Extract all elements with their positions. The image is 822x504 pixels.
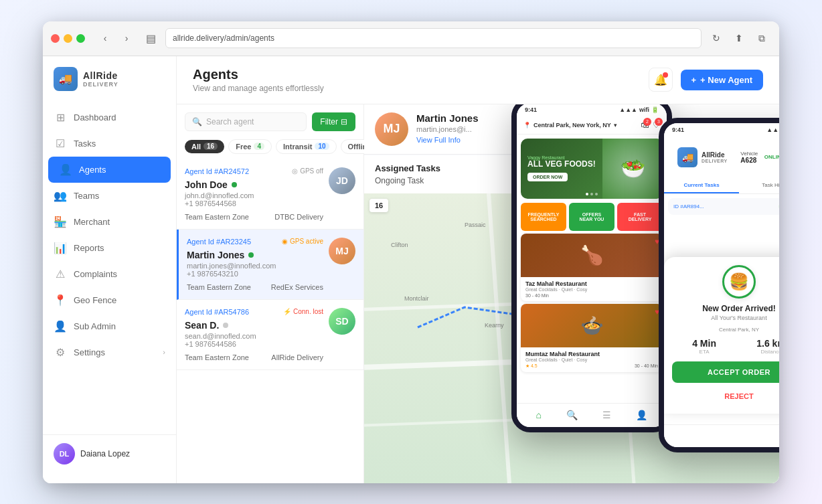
ongoing-task-label: Ongoing Task: [375, 176, 424, 185]
agent-card-1[interactable]: Agent Id #AR23245 ◉ GPS active Martin Jo…: [177, 230, 363, 300]
online-toggle[interactable]: ONLINE: [764, 152, 779, 163]
sidebar-item-complaints[interactable]: ⚠ Complaints: [43, 261, 176, 287]
agent-footer-0: Team Eastern Zone DTBC Delivery: [185, 213, 323, 221]
minimize-traffic-light[interactable]: [64, 34, 72, 43]
restaurant-card-2[interactable]: 🍲 ♥ Mumtaz Mahal Restaurant Great Cockta…: [521, 304, 663, 372]
tab-current-tasks[interactable]: Current Tasks: [664, 178, 739, 193]
agent-avatar-0: JD: [329, 167, 355, 194]
sidebar-item-geofence[interactable]: 📍 Geo Fence: [43, 287, 176, 313]
eta-stat: 4 Min ETA: [692, 338, 716, 355]
view-full-info-link[interactable]: View Full Info: [416, 136, 461, 144]
phone-mockup-1: 9:41 ▲▲▲ wifi 🔋 📍 Central Park, New York…: [511, 104, 672, 432]
wifi-icon: wifi: [639, 106, 649, 113]
reject-order-button[interactable]: REJECT: [672, 387, 779, 406]
settings-chevron-icon: ›: [163, 348, 165, 356]
nav-buttons: ‹ ›: [96, 29, 136, 48]
popup-location: Central Park, NY: [672, 327, 779, 333]
share-button[interactable]: ⬆: [730, 29, 748, 48]
logo-text: AllRide DELIVERY: [83, 70, 118, 88]
page-header: Agents View and manage agents effortless…: [177, 56, 779, 104]
sidebar-item-tasks[interactable]: ☑ Tasks: [43, 131, 176, 157]
category-offers[interactable]: OFFERSNEAR YOU: [569, 203, 614, 231]
address-bar[interactable]: allride.delivery/admin/agents: [165, 28, 702, 48]
accept-order-button[interactable]: ACCEPT ORDER: [672, 361, 779, 383]
orders-icon: ☰: [602, 410, 611, 420]
tasks-icon: ☑: [54, 137, 67, 150]
sidebar-item-subadmin[interactable]: 👤 Sub Admin: [43, 313, 176, 339]
agent-card-0[interactable]: Agent Id #AR24572 ◎ GPS off John Doe joh: [177, 159, 363, 230]
sidebar-item-agents[interactable]: 👤 Agents: [48, 157, 171, 183]
heart-icon[interactable]: ♡ 3: [653, 120, 660, 130]
nav-profile[interactable]: 👤: [636, 410, 647, 420]
forward-button[interactable]: ›: [117, 29, 136, 48]
category-fast-delivery[interactable]: FASTDELIVERY: [617, 203, 663, 231]
agent-card-2[interactable]: Agent Id #AR54786 ⚡ Conn. lost Sean D. s: [177, 300, 363, 370]
nav-orders[interactable]: ☰: [602, 410, 611, 420]
task-item: ID #AR894... Assigned: [668, 198, 779, 215]
battery-icon: 🔋: [651, 106, 659, 113]
banner-text: Vaggy Restaurant ALL VEG FOODS! ORDER NO…: [521, 149, 602, 187]
fullscreen-traffic-light[interactable]: [76, 34, 85, 43]
order-now-button[interactable]: ORDER NOW: [527, 173, 568, 181]
search-nav-icon: 🔍: [566, 410, 578, 420]
nav-search[interactable]: 🔍: [566, 410, 578, 420]
allride-logo-bottom: DELIVERY: [702, 159, 728, 163]
search-box[interactable]: 🔍 Search agent: [185, 112, 307, 131]
phone2-signal-icon: ▲▲▲: [766, 127, 779, 133]
new-tab-button[interactable]: ⧉: [752, 29, 771, 48]
tab-all[interactable]: All 16: [185, 140, 224, 153]
back-button[interactable]: ‹: [96, 29, 114, 48]
phone-mockup-2: 9:41 ▲▲▲ wifi 🔋 🚚: [659, 118, 779, 452]
filter-button[interactable]: Filter ⊟: [312, 112, 355, 131]
banner-food-image: 🥗: [602, 139, 663, 199]
agent-avatar-1: MJ: [329, 238, 355, 264]
agents-panel: 🔍 Search agent Filter ⊟ All 16: [177, 104, 364, 483]
agent-team-1: Team Eastern Zone: [187, 283, 251, 291]
task-id: ID #AR894...: [673, 203, 704, 209]
notifications-button[interactable]: 🔔: [649, 68, 673, 92]
tab-all-label: All: [191, 143, 201, 151]
sidebar-item-settings[interactable]: ⚙ Settings ›: [43, 339, 176, 365]
phone1-status-icons: ▲▲▲ wifi 🔋: [619, 106, 659, 113]
cat-1-label: FREQUENTLYSEARCHED: [528, 212, 560, 222]
sidebar-toggle-icon[interactable]: ▤: [141, 29, 160, 48]
tab-intransit[interactable]: Intransit 10: [276, 139, 337, 154]
refresh-button[interactable]: ↻: [707, 29, 726, 48]
restaurant-card-1[interactable]: 🍗 ♥ Taz Mahal Restaurant Great Cocktails…: [521, 234, 663, 301]
dot-2: [590, 193, 593, 195]
new-agent-button[interactable]: + + New Agent: [681, 70, 764, 90]
close-traffic-light[interactable]: [51, 34, 60, 43]
agent-team-2: Team Eastern Zone: [185, 353, 249, 361]
agent-name-2: Sean D.: [185, 320, 323, 331]
geofence-icon: 📍: [54, 294, 67, 307]
complaints-label: Complaints: [74, 269, 117, 279]
tab-free[interactable]: Free 4: [228, 139, 272, 154]
tab-task-history[interactable]: Task History: [739, 178, 779, 193]
task-history-label: Task History: [762, 182, 779, 188]
agent-header-2: Agent Id #AR54786 ⚡ Conn. lost: [185, 308, 323, 316]
cart-icon[interactable]: 🛍 2: [641, 120, 649, 130]
allride-logo-text: AllRide DELIVERY: [702, 151, 728, 163]
rest-1-desc: Great Cocktails · Quiet · Cosy: [525, 287, 658, 292]
status-dot-2: [223, 323, 228, 328]
sidebar-item-dashboard[interactable]: ⊞ Dashboard: [43, 104, 176, 131]
sidebar-item-reports[interactable]: 📊 Reports: [43, 235, 176, 261]
gps-icon-1: ◉: [282, 238, 288, 245]
sidebar-item-teams[interactable]: 👥 Teams: [43, 183, 176, 209]
traffic-lights: [51, 34, 85, 43]
driver-tabs: Current Tasks Task History: [664, 178, 779, 194]
signal-icon: ▲▲▲: [619, 106, 637, 113]
rest-1-image: 🍗 ♥: [521, 234, 663, 277]
nav-home[interactable]: ⌂: [536, 410, 542, 420]
phone1-status-bar: 9:41 ▲▲▲ wifi 🔋: [517, 104, 667, 116]
agent-avatar-2: SD: [329, 308, 355, 335]
merchant-icon: 🏪: [54, 216, 67, 228]
agent-id-2: Agent Id #AR54786: [185, 308, 249, 316]
online-label: ONLINE: [764, 154, 779, 160]
sidebar-item-merchant[interactable]: 🏪 Merchant: [43, 209, 176, 235]
agent-company-0: DTBC Delivery: [274, 213, 323, 221]
banner-dots: [586, 193, 598, 195]
settings-label: Settings: [74, 347, 105, 357]
agent-row-0: Agent Id #AR24572 ◎ GPS off John Doe joh: [185, 167, 355, 221]
category-frequently-searched[interactable]: FREQUENTLYSEARCHED: [521, 203, 566, 231]
